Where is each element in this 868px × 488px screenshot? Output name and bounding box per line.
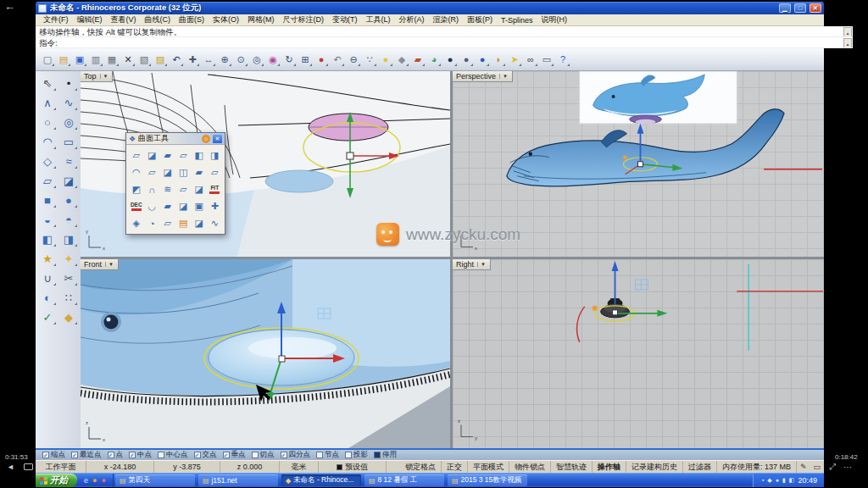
sphere-icon[interactable]: ● xyxy=(58,191,79,209)
extrude-icon[interactable]: ◧ xyxy=(37,230,58,248)
status-toggle[interactable]: 正交 xyxy=(442,461,468,473)
close-button[interactable]: ✕ xyxy=(810,3,821,13)
zoom-selected-icon[interactable]: ◉ xyxy=(265,52,281,67)
lock-icon[interactable]: ◆ xyxy=(394,52,409,67)
undo-icon[interactable]: ↶ xyxy=(169,52,184,67)
render-icon[interactable]: ● xyxy=(442,52,458,67)
osnap-toggle[interactable]: 四分点 xyxy=(281,450,311,460)
surface-tool-icon[interactable]: ◧ xyxy=(192,147,207,164)
menu-item[interactable]: 编辑(E) xyxy=(73,14,107,25)
tray-icon[interactable]: ▪ xyxy=(762,477,764,484)
help-icon[interactable]: ? xyxy=(555,52,570,67)
menu-item[interactable]: 面板(P) xyxy=(463,14,497,25)
status-toggle[interactable]: 物件锁点 xyxy=(509,461,551,473)
zoom-dynamic-icon[interactable]: ⊙ xyxy=(233,52,248,67)
surface-tool-icon[interactable]: ◠ xyxy=(129,164,144,180)
menu-item[interactable]: 查看(V) xyxy=(107,14,141,25)
point-icon[interactable]: • xyxy=(58,74,79,92)
move-icon[interactable]: ↔ xyxy=(201,52,216,67)
zoom-extents-icon[interactable]: ↻ xyxy=(281,52,297,67)
menu-item[interactable]: 尺寸标注(D) xyxy=(279,14,329,25)
surface-tool-icon[interactable]: ◨ xyxy=(208,147,223,164)
osnap-toggle[interactable]: 中点 xyxy=(129,450,152,460)
fit-surface-icon[interactable]: FIT xyxy=(208,181,223,197)
palette-gear-icon[interactable]: ☼ xyxy=(202,135,210,143)
paste-icon[interactable]: ▨ xyxy=(153,52,168,67)
osnap-toggle[interactable]: 停用 xyxy=(374,450,397,460)
osnap-toggle[interactable]: 垂点 xyxy=(223,450,246,460)
viewport-front-label[interactable]: Front ▼ xyxy=(81,259,119,270)
front-viewport-canvas[interactable]: x z xyxy=(81,259,450,448)
history-scroll[interactable]: ▲ ▼ xyxy=(843,27,852,36)
cylinder-icon[interactable]: ◒ xyxy=(37,210,58,229)
zoom-window-icon[interactable]: ◎ xyxy=(249,52,264,67)
workplane-button[interactable]: 工作平面 xyxy=(36,461,86,473)
viewport-front[interactable]: x z Front ▼ xyxy=(81,259,450,448)
circle-icon[interactable]: ○ xyxy=(37,113,58,131)
start-button[interactable]: 开始 xyxy=(36,474,77,487)
zoom-in-icon[interactable]: ⊕ xyxy=(217,52,232,67)
command-area[interactable]: 移动操作轴，快按 Alt 键可以复制物件。 ▲ ▼ 指令: ▲ ▼ xyxy=(36,26,853,48)
boolean-icon[interactable]: ◐ xyxy=(37,288,58,307)
surface-tool-icon[interactable]: ∩ xyxy=(145,181,160,197)
surface-tool-icon[interactable]: ◪ xyxy=(192,215,207,231)
pan-hand-icon[interactable]: ✚ xyxy=(185,52,200,67)
layer-pane[interactable]: 预设值 xyxy=(319,461,387,473)
delete-icon[interactable]: ✕ xyxy=(120,52,136,67)
polyline-icon[interactable]: ∧ xyxy=(37,93,58,112)
palette-close-icon[interactable]: ✕ xyxy=(213,135,222,143)
tray-icon[interactable]: ◆ xyxy=(767,477,771,484)
color-wheel-icon[interactable]: ◕ xyxy=(426,52,442,67)
curvature-analysis-icon[interactable]: ▤ xyxy=(176,215,192,231)
right-viewport-canvas[interactable]: y z xyxy=(453,259,824,447)
material-ball-icon[interactable]: ◆ xyxy=(58,308,79,326)
osnap-toggle[interactable]: 交点 xyxy=(194,450,217,460)
command-prompt-line[interactable]: 指令: ▲ ▼ xyxy=(36,37,853,48)
polygon-icon[interactable]: ◇ xyxy=(37,152,58,170)
osnap-toggle[interactable]: 节点 xyxy=(316,450,339,460)
ie-icon[interactable]: e xyxy=(84,476,88,485)
join-icon[interactable]: ∪ xyxy=(37,269,58,287)
status-toggle[interactable]: 智慧轨迹 xyxy=(551,461,593,473)
panel-icon[interactable]: ▭ xyxy=(810,463,824,471)
surface-tool-icon[interactable]: ◈ xyxy=(129,215,144,231)
box-icon[interactable]: ■ xyxy=(37,191,58,209)
tray-icon[interactable]: ◧ xyxy=(789,477,795,484)
surface-tool-icon[interactable]: ◪ xyxy=(176,198,192,214)
status-toggle[interactable]: 过滤器 xyxy=(683,461,717,473)
surface-tool-icon[interactable]: ◫ xyxy=(176,164,192,180)
status-toggle[interactable]: 操作轴 xyxy=(593,461,626,473)
extract-surface-icon[interactable]: ✦ xyxy=(58,249,79,268)
select-cursor-icon[interactable]: ⇖ xyxy=(37,74,58,92)
search-icon[interactable]: ∞ xyxy=(523,52,538,67)
material-icon[interactable]: ◗ xyxy=(491,52,506,67)
revolve-icon[interactable]: ◨ xyxy=(58,230,79,248)
taskbar-button[interactable]: ◆ 未命名 - Rhinoce... xyxy=(281,474,361,486)
surface-tool-icon[interactable]: ▰ xyxy=(160,198,175,214)
surface-tool-icon[interactable]: ▣ xyxy=(192,198,207,214)
osnap-toggle[interactable]: 投影 xyxy=(345,450,368,460)
menu-item[interactable]: 工具(L) xyxy=(362,14,395,25)
menu-item[interactable]: T-Splines xyxy=(497,16,537,25)
surface-tool-icon[interactable]: ▰ xyxy=(192,164,207,180)
menu-item[interactable]: 分析(A) xyxy=(395,14,429,25)
menu-item[interactable]: 曲面(S) xyxy=(175,14,209,25)
player-panel-icon[interactable] xyxy=(24,463,33,470)
control-point-curve-icon[interactable]: ∿ xyxy=(58,93,79,112)
arc-icon[interactable]: ◠ xyxy=(37,132,58,151)
surface-tool-icon[interactable]: ✚ xyxy=(208,198,223,214)
rotate-view-icon[interactable]: ⊖ xyxy=(346,52,361,67)
media-player-icon[interactable]: ● xyxy=(101,476,105,485)
undo-view-icon[interactable]: ↶ xyxy=(330,52,345,67)
taskbar-button[interactable]: ▤ 8 12 暑假 工 xyxy=(364,474,444,486)
osnap-toggle[interactable]: 最近点 xyxy=(71,450,102,460)
tsplines-icon[interactable]: ➤ xyxy=(507,52,522,67)
surface-tool-icon[interactable]: ◪ xyxy=(145,147,160,164)
array-icon[interactable]: ∷ xyxy=(58,288,79,307)
surface-tool-icon[interactable]: ▱ xyxy=(208,164,223,180)
pencil-icon[interactable]: ✎ xyxy=(797,463,810,471)
print-icon[interactable]: ▥ xyxy=(88,52,103,67)
menu-item[interactable]: 说明(H) xyxy=(537,14,572,25)
menu-item[interactable]: 实体(O) xyxy=(209,14,243,25)
menu-item[interactable]: 变动(T) xyxy=(328,14,362,25)
